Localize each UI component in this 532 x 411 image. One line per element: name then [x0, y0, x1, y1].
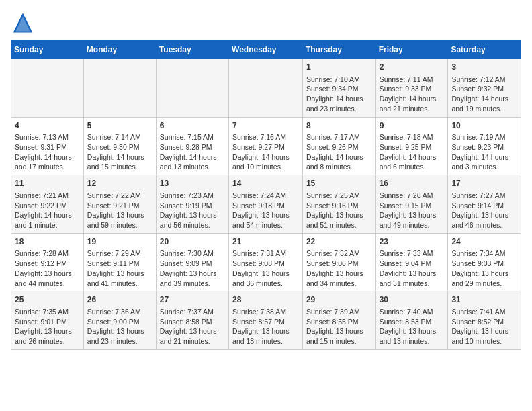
cell-content-line: Sunrise: 7:40 AM [380, 307, 445, 317]
calendar-cell: 3Sunrise: 7:12 AMSunset: 9:32 PMDaylight… [448, 59, 521, 118]
cell-content-line: Sunset: 8:57 PM [232, 317, 299, 327]
day-number: 9 [380, 120, 445, 132]
cell-content-line: Sunset: 9:19 PM [160, 201, 225, 211]
cell-content-line: Daylight: 13 hours and 10 minutes. [451, 326, 517, 346]
calendar-week-row: 18Sunrise: 7:28 AMSunset: 9:12 PMDayligh… [11, 233, 521, 291]
logo [11, 11, 38, 35]
cell-content-line: Sunrise: 7:24 AM [232, 191, 299, 201]
cell-content-line: Sunset: 9:31 PM [15, 142, 80, 152]
day-number: 15 [306, 178, 372, 189]
cell-content-line: Sunrise: 7:36 AM [87, 307, 152, 317]
calendar-cell: 31Sunrise: 7:41 AMSunset: 8:52 PMDayligh… [448, 291, 521, 350]
cell-content-line: Daylight: 14 hours and 10 minutes. [232, 152, 299, 172]
day-number: 13 [160, 178, 225, 189]
cell-content-line: Sunset: 9:04 PM [380, 259, 445, 269]
calendar-header-sunday: Sunday [11, 41, 84, 59]
day-number: 29 [306, 294, 372, 306]
cell-content-line: Sunrise: 7:32 AM [306, 248, 372, 259]
cell-content-line: Daylight: 13 hours and 46 minutes. [451, 210, 517, 230]
calendar-cell: 12Sunrise: 7:22 AMSunset: 9:21 PMDayligh… [83, 175, 156, 234]
cell-content-line: Daylight: 13 hours and 51 minutes. [306, 210, 372, 230]
calendar-header-row: SundayMondayTuesdayWednesdayThursdayFrid… [11, 41, 521, 59]
calendar-cell: 24Sunrise: 7:34 AMSunset: 9:03 PMDayligh… [448, 233, 521, 291]
cell-content-line: Daylight: 13 hours and 39 minutes. [160, 269, 225, 288]
calendar-cell: 30Sunrise: 7:40 AMSunset: 8:53 PMDayligh… [375, 291, 448, 350]
cell-content-line: Sunrise: 7:23 AM [160, 191, 225, 201]
day-number: 1 [306, 62, 372, 73]
cell-content-line: Sunset: 9:23 PM [451, 142, 517, 152]
cell-content-line: Sunrise: 7:21 AM [15, 191, 80, 201]
day-number: 14 [232, 178, 299, 189]
day-number: 30 [380, 294, 445, 306]
cell-content-line: Sunrise: 7:37 AM [160, 307, 225, 317]
cell-content-line: Daylight: 13 hours and 26 minutes. [15, 326, 80, 346]
cell-content-line: Sunset: 9:00 PM [87, 317, 152, 327]
cell-content-line: Sunset: 9:06 PM [306, 259, 372, 269]
cell-content-line: Sunset: 9:15 PM [380, 201, 445, 211]
day-number: 3 [451, 62, 517, 73]
day-number: 16 [380, 178, 445, 189]
cell-content-line: Daylight: 13 hours and 54 minutes. [232, 210, 299, 230]
cell-content-line: Sunrise: 7:13 AM [15, 132, 80, 142]
cell-content-line: Sunrise: 7:27 AM [451, 191, 517, 201]
cell-content-line: Sunset: 9:26 PM [306, 142, 372, 152]
calendar-cell [156, 59, 228, 118]
cell-content-line: Sunset: 9:11 PM [87, 259, 152, 269]
day-number: 12 [87, 178, 152, 189]
cell-content-line: Sunrise: 7:34 AM [451, 248, 517, 259]
cell-content-line: Sunset: 9:08 PM [232, 259, 299, 269]
cell-content-line: Daylight: 13 hours and 23 minutes. [87, 326, 152, 346]
cell-content-line: Sunset: 9:03 PM [451, 259, 517, 269]
calendar-header-saturday: Saturday [448, 41, 521, 59]
calendar-cell: 14Sunrise: 7:24 AMSunset: 9:18 PMDayligh… [229, 175, 303, 234]
cell-content-line: Sunset: 9:32 PM [451, 84, 517, 94]
day-number: 19 [87, 236, 152, 248]
day-number: 20 [160, 236, 225, 248]
cell-content-line: Sunset: 9:25 PM [380, 142, 445, 152]
day-number: 27 [160, 294, 225, 306]
calendar-week-row: 25Sunrise: 7:35 AMSunset: 9:01 PMDayligh… [11, 291, 521, 350]
cell-content-line: Sunrise: 7:26 AM [380, 191, 445, 201]
calendar-cell: 13Sunrise: 7:23 AMSunset: 9:19 PMDayligh… [156, 175, 228, 234]
cell-content-line: Sunset: 9:01 PM [15, 317, 80, 327]
calendar-cell [11, 59, 84, 118]
cell-content-line: Sunrise: 7:35 AM [15, 307, 80, 317]
cell-content-line: Sunrise: 7:33 AM [380, 248, 445, 259]
cell-content-line: Sunrise: 7:31 AM [232, 248, 299, 259]
calendar-cell: 20Sunrise: 7:30 AMSunset: 9:09 PMDayligh… [156, 233, 228, 291]
cell-content-line: Daylight: 13 hours and 41 minutes. [87, 269, 152, 288]
cell-content-line: Daylight: 14 hours and 15 minutes. [87, 152, 152, 172]
cell-content-line: Daylight: 14 hours and 21 minutes. [380, 94, 445, 113]
calendar-week-row: 11Sunrise: 7:21 AMSunset: 9:22 PMDayligh… [11, 175, 521, 234]
calendar-cell: 8Sunrise: 7:17 AMSunset: 9:26 PMDaylight… [302, 117, 375, 175]
day-number: 2 [380, 62, 445, 73]
calendar-cell: 10Sunrise: 7:19 AMSunset: 9:23 PMDayligh… [448, 117, 521, 175]
calendar-cell: 23Sunrise: 7:33 AMSunset: 9:04 PMDayligh… [375, 233, 448, 291]
calendar-week-row: 4Sunrise: 7:13 AMSunset: 9:31 PMDaylight… [11, 117, 521, 175]
calendar-cell [229, 59, 303, 118]
cell-content-line: Sunrise: 7:16 AM [232, 132, 299, 142]
calendar-cell: 22Sunrise: 7:32 AMSunset: 9:06 PMDayligh… [302, 233, 375, 291]
day-number: 24 [451, 236, 517, 248]
cell-content-line: Daylight: 14 hours and 19 minutes. [451, 94, 517, 113]
calendar-cell: 4Sunrise: 7:13 AMSunset: 9:31 PMDaylight… [11, 117, 84, 175]
cell-content-line: Sunset: 9:28 PM [160, 142, 225, 152]
day-number: 8 [306, 120, 372, 132]
cell-content-line: Sunset: 8:53 PM [380, 317, 445, 327]
day-number: 4 [15, 120, 80, 132]
calendar-header-thursday: Thursday [302, 41, 375, 59]
cell-content-line: Daylight: 13 hours and 18 minutes. [232, 326, 299, 346]
calendar-cell: 25Sunrise: 7:35 AMSunset: 9:01 PMDayligh… [11, 291, 84, 350]
cell-content-line: Daylight: 13 hours and 59 minutes. [87, 210, 152, 230]
day-number: 31 [451, 294, 517, 306]
calendar-cell: 11Sunrise: 7:21 AMSunset: 9:22 PMDayligh… [11, 175, 84, 234]
calendar-cell: 6Sunrise: 7:15 AMSunset: 9:28 PMDaylight… [156, 117, 228, 175]
cell-content-line: Sunset: 9:34 PM [306, 84, 372, 94]
day-number: 28 [232, 294, 299, 306]
cell-content-line: Sunset: 9:33 PM [380, 84, 445, 94]
cell-content-line: Daylight: 13 hours and 49 minutes. [380, 210, 445, 230]
calendar-cell: 15Sunrise: 7:25 AMSunset: 9:16 PMDayligh… [302, 175, 375, 234]
cell-content-line: Sunrise: 7:22 AM [87, 191, 152, 201]
day-number: 25 [15, 294, 80, 306]
cell-content-line: Sunrise: 7:12 AM [451, 75, 517, 85]
